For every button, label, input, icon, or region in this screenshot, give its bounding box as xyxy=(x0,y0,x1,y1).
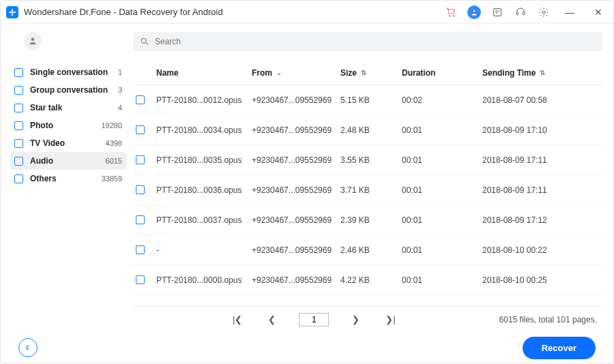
table-row[interactable]: PTT-20180...0034.opus+9230467...09552969… xyxy=(133,115,602,145)
close-button[interactable]: ✕ xyxy=(589,7,608,18)
cell-size: 2.48 KB xyxy=(340,125,402,135)
checkbox[interactable] xyxy=(14,157,23,166)
cell-name: PTT-20180...0035.opus xyxy=(156,155,252,165)
table-row[interactable]: PTT-20180...0012.opus+9230467...09552969… xyxy=(133,85,602,115)
search-icon xyxy=(140,37,149,46)
content-pane: Name From⌄ Size⇅ Duration Sending Time⇅ … xyxy=(130,24,613,332)
sidebar-item-count: 6015 xyxy=(106,157,122,165)
pager-page-input[interactable] xyxy=(299,313,329,327)
sidebar-item-label: Others xyxy=(30,174,101,183)
cell-sending-time: 2018-08-10 00:22 xyxy=(470,245,586,255)
svg-point-8 xyxy=(141,38,146,43)
sidebar-item-count: 19280 xyxy=(101,121,122,130)
sidebar-item-count: 33859 xyxy=(101,175,122,183)
cell-from: +9230467...09552969 xyxy=(252,95,340,105)
table-row[interactable]: PTT-20180...0000.opus+9230467...09552969… xyxy=(133,265,602,295)
sidebar-item-count: 4 xyxy=(118,104,122,112)
checkbox[interactable] xyxy=(14,104,23,112)
cell-duration: 00:01 xyxy=(402,125,470,135)
feedback-icon[interactable] xyxy=(491,5,504,19)
cell-from: +9230467...09552969 xyxy=(252,275,340,285)
cell-from: +9230467...09552969 xyxy=(252,185,340,195)
sidebar-item-star-talk[interactable]: Star talk4 xyxy=(10,99,126,117)
support-icon[interactable] xyxy=(514,5,527,19)
arrow-left-icon xyxy=(23,343,33,352)
sidebar-item-label: TV Video xyxy=(30,138,106,148)
cell-name: PTT-20180...0012.opus xyxy=(156,95,252,105)
table-row[interactable]: PTT-20180...0035.opus+9230467...09552969… xyxy=(133,145,602,175)
cell-size: 2.46 KB xyxy=(340,245,402,255)
column-sending-time[interactable]: Sending Time⇅ xyxy=(470,68,545,78)
cell-name: PTT-20180...0034.opus xyxy=(156,125,252,135)
pager-prev-button[interactable]: ❮ xyxy=(265,313,278,326)
pager-last-button[interactable]: ❯| xyxy=(383,313,398,326)
cell-from: +9230467...09552969 xyxy=(252,245,340,255)
settings-icon[interactable] xyxy=(537,5,551,19)
chevron-down-icon: ⌄ xyxy=(276,69,282,76)
column-from[interactable]: From⌄ xyxy=(252,68,340,78)
app-title: Wondershare Dr.Fone - Data Recovery for … xyxy=(24,7,223,17)
table-row[interactable]: -+9230467...095529692.46 KB00:012018-08-… xyxy=(133,235,602,265)
checkbox[interactable] xyxy=(14,175,23,183)
user-avatar-icon[interactable] xyxy=(467,5,481,19)
row-checkbox[interactable] xyxy=(136,245,145,254)
back-button[interactable] xyxy=(18,338,38,357)
cell-duration: 00:01 xyxy=(402,215,470,225)
sort-icon: ⇅ xyxy=(361,69,366,76)
sidebar-item-count: 1 xyxy=(118,68,122,76)
sidebar-item-single-conversation[interactable]: Single conversation1 xyxy=(10,63,126,81)
search-input[interactable] xyxy=(155,37,596,46)
row-checkbox[interactable] xyxy=(136,95,145,104)
minimize-button[interactable]: — xyxy=(560,7,579,18)
sidebar-item-photo[interactable]: Photo19280 xyxy=(10,117,126,134)
column-size[interactable]: Size⇅ xyxy=(340,68,402,78)
cell-size: 4.22 KB xyxy=(340,275,402,285)
cell-size: 5.15 KB xyxy=(340,95,402,105)
cell-size: 3.71 KB xyxy=(340,185,402,195)
sidebar-item-label: Star talk xyxy=(30,103,118,112)
sidebar-item-tv-video[interactable]: TV Video4398 xyxy=(10,134,126,152)
titlebar-actions: — ✕ xyxy=(444,5,608,19)
cell-name: PTT-20180...0036.opus xyxy=(156,185,252,195)
pager-next-button[interactable]: ❯ xyxy=(349,313,362,326)
pager-summary: 6015 files, total 101 pages. xyxy=(499,315,597,324)
cell-size: 3.55 KB xyxy=(340,155,402,165)
sidebar-item-others[interactable]: Others33859 xyxy=(10,170,126,187)
row-checkbox[interactable] xyxy=(136,275,145,284)
sort-icon: ⇅ xyxy=(540,69,545,76)
cell-from: +9230467...09552969 xyxy=(252,215,340,225)
checkbox[interactable] xyxy=(14,139,23,148)
sidebar-item-count: 4398 xyxy=(106,139,122,147)
pager-first-button[interactable]: |❮ xyxy=(230,313,245,326)
cell-sending-time: 2018-08-10 00:25 xyxy=(470,275,586,285)
row-checkbox[interactable] xyxy=(136,125,145,134)
sidebar-item-label: Single conversation xyxy=(30,67,118,77)
column-name[interactable]: Name xyxy=(156,68,252,78)
contact-icon[interactable] xyxy=(24,32,42,50)
sidebar: Single conversation1Group conversation3S… xyxy=(1,24,130,332)
sidebar-item-group-conversation[interactable]: Group conversation3 xyxy=(10,81,126,99)
checkbox[interactable] xyxy=(14,121,23,130)
cell-name: PTT-20180...0000.opus xyxy=(156,275,252,285)
checkbox[interactable] xyxy=(14,68,23,77)
row-checkbox[interactable] xyxy=(136,185,145,194)
svg-point-7 xyxy=(31,37,35,41)
svg-point-1 xyxy=(453,15,454,16)
table-row[interactable]: PTT-20180...0037.opus+9230467...09552969… xyxy=(133,205,602,235)
cell-duration: 00:01 xyxy=(402,275,470,285)
row-checkbox[interactable] xyxy=(136,155,145,164)
sidebar-item-audio[interactable]: Audio6015 xyxy=(10,152,126,170)
sidebar-item-count: 3 xyxy=(118,86,122,94)
cart-icon[interactable] xyxy=(444,5,458,19)
footer: Recover xyxy=(1,332,613,363)
row-checkbox[interactable] xyxy=(136,215,145,224)
sidebar-item-label: Photo xyxy=(30,121,101,130)
cell-sending-time: 2018-08-09 17:11 xyxy=(470,155,586,165)
column-duration[interactable]: Duration xyxy=(402,68,470,78)
search-field[interactable] xyxy=(133,32,602,51)
table-row[interactable]: PTT-20180...0036.opus+9230467...09552969… xyxy=(133,175,602,205)
sidebar-item-label: Audio xyxy=(30,156,106,166)
svg-rect-4 xyxy=(516,12,518,15)
recover-button[interactable]: Recover xyxy=(523,337,596,359)
checkbox[interactable] xyxy=(14,86,23,95)
